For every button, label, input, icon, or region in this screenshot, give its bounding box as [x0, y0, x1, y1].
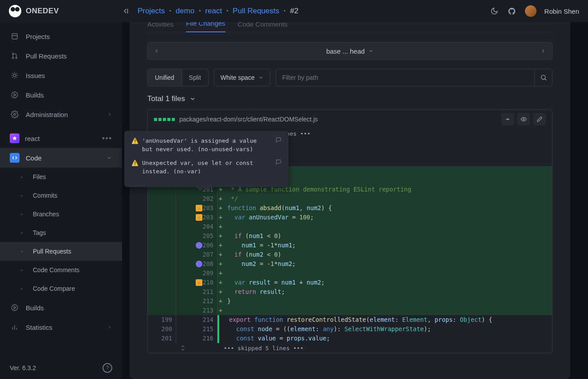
warning-badge-icon[interactable]: ⚠ [196, 279, 202, 286]
svg-point-4 [12, 57, 14, 59]
sidebar-code-group[interactable]: Code [0, 148, 122, 168]
code-line[interactable]: 200215 const node = ((element: any): Sel… [148, 324, 552, 334]
sidebar-item-administration[interactable]: Administration [0, 105, 122, 124]
theme-toggle-button[interactable] [489, 6, 499, 16]
code-line[interactable]: 203⚠+ var anUnusedVar = 100; [148, 213, 552, 222]
code-line[interactable]: 210⚠+ var result = num1 + num2; [148, 278, 552, 287]
gutter-new: 215 [176, 324, 217, 334]
sidebar-item-pull-requests[interactable]: Pull Requests [0, 46, 122, 66]
code-line[interactable]: 213+ [148, 306, 552, 315]
statistics-icon [10, 322, 20, 332]
user-name[interactable]: Robin Shen [545, 8, 579, 15]
lint-message-row: ⚠️ Unexpected var, use let or const inst… [131, 159, 281, 176]
dash-icon: - [17, 211, 27, 218]
brand[interactable]: ONEDEV [9, 5, 59, 17]
path-filter-input[interactable] [276, 69, 534, 86]
code-line[interactable]: 207+ if (num2 < 0) [148, 250, 552, 259]
diff-view-button[interactable] [517, 113, 530, 125]
gutter-new: 204 [176, 222, 217, 231]
tab-file-changes[interactable]: File Changes [186, 22, 225, 32]
sidebar-item-builds[interactable]: Builds [0, 85, 122, 105]
sidebar-item-files[interactable]: -Files [0, 168, 122, 186]
code-line[interactable]: 205+ if (num1 < 0) [148, 231, 552, 241]
sidebar-item-builds[interactable]: Builds [0, 298, 122, 317]
sidebar-item-tags[interactable]: -Tags [0, 223, 122, 242]
gutter-old [148, 287, 176, 297]
expand-bottom-button[interactable] [148, 343, 217, 353]
svg-line-13 [12, 77, 13, 78]
breadcrumb-sep: • [169, 8, 171, 14]
diff-collapse-button[interactable] [501, 113, 514, 125]
sidebar-project-header[interactable]: react ••• [0, 129, 122, 148]
breadcrumb-item[interactable]: demo [176, 7, 195, 16]
sidebar-primary-nav: ProjectsPull RequestsIssuesBuildsAdminis… [0, 22, 122, 129]
svg-line-14 [16, 73, 17, 74]
sidebar-item-commits[interactable]: -Commits [0, 186, 122, 205]
diff-file-path[interactable]: packages/react-dom/src/client/ReactDOMSe… [179, 116, 318, 123]
sidebar-item-issues[interactable]: Issues [0, 66, 122, 85]
comment-icon[interactable] [276, 159, 281, 176]
warning-badge-icon[interactable]: ⚠ [196, 214, 202, 221]
gutter-old [148, 269, 176, 278]
gutter-new: 206i [176, 241, 217, 250]
split-button[interactable]: Split [182, 69, 208, 86]
range-next-button[interactable] [534, 43, 552, 59]
sidebar-item-code-comments[interactable]: -Code Comments [0, 261, 122, 279]
gutter-old [148, 203, 176, 213]
code-line[interactable]: 199214export function restoreControlledS… [148, 315, 552, 324]
diff-marker: + [217, 222, 224, 231]
code-content: if (num1 < 0) [224, 231, 552, 241]
expand-bottom-row: ••• skipped 5 lines ••• [148, 343, 552, 353]
diff-edit-button[interactable] [533, 113, 546, 125]
tab-code-comments[interactable]: Code Comments [238, 22, 288, 32]
user-avatar[interactable] [525, 5, 537, 17]
sidebar-item-label: Issues [26, 72, 45, 79]
help-button[interactable]: ? [103, 363, 112, 373]
chevron-left-icon [154, 48, 160, 54]
total-files-toggle[interactable]: Total 1 files [147, 94, 552, 103]
sidebar-item-code-compare[interactable]: -Code Compare [0, 279, 122, 298]
gutter-old [148, 194, 176, 203]
project-more-button[interactable]: ••• [102, 134, 112, 142]
tab-activities[interactable]: Activities [147, 22, 174, 32]
code-line[interactable]: 212+} [148, 297, 552, 306]
svg-point-17 [14, 113, 16, 116]
info-badge-icon[interactable]: i [196, 242, 202, 249]
breadcrumb-item[interactable]: Projects [138, 7, 165, 16]
code-line[interactable]: 201216 const value = props.value; [148, 334, 552, 343]
code-content: const value = props.value; [225, 334, 552, 343]
pr-tabs: ActivitiesFile ChangesCode Comments [147, 22, 552, 32]
rocket-icon [12, 136, 17, 141]
breadcrumb-item[interactable]: react [205, 7, 222, 16]
breadcrumbs: Projects•demo•react•Pull Requests•#2 [138, 7, 298, 16]
builds-icon [10, 90, 20, 100]
range-prev-button[interactable] [148, 43, 166, 59]
github-link[interactable] [507, 6, 517, 16]
path-filter-search-button[interactable] [534, 69, 552, 86]
warning-badge-icon[interactable]: ⚠ [196, 205, 202, 211]
sidebar-item-statistics[interactable]: Statistics [0, 317, 122, 337]
code-line[interactable]: 202+ */ [148, 194, 552, 203]
code-line[interactable]: 204+ [148, 222, 552, 231]
lint-message-text: 'anUnusedVar' is assigned a value but ne… [142, 137, 270, 154]
breadcrumb-item[interactable]: Pull Requests [233, 7, 279, 16]
whitespace-button[interactable]: White space [214, 69, 270, 86]
diff-marker: + [217, 241, 224, 250]
info-badge-icon[interactable]: i [196, 261, 202, 267]
sidebar-collapse-button[interactable] [120, 6, 131, 16]
code-line[interactable]: 203⚠+function absadd(num1, num2) { [148, 203, 552, 213]
sidebar-item-branches[interactable]: -Branches [0, 205, 122, 223]
unified-button[interactable]: Unified [148, 69, 182, 86]
range-selector[interactable]: base ... head [166, 43, 534, 59]
comment-icon[interactable] [276, 137, 281, 154]
gutter-new: 212 [176, 297, 217, 306]
sidebar-item-pull-requests[interactable]: -Pull Requests [0, 242, 122, 261]
svg-point-18 [12, 305, 18, 311]
code-line[interactable]: 211+ return result; [148, 287, 552, 297]
dash-icon: - [17, 285, 27, 292]
code-line[interactable]: 209+ [148, 269, 552, 278]
code-line[interactable]: 206i+ num1 = -1*num1; [148, 241, 552, 250]
code-group-label: Code [26, 154, 42, 162]
code-line[interactable]: 208i+ num2 = -1*num2; [148, 259, 552, 269]
sidebar-item-projects[interactable]: Projects [0, 27, 122, 46]
